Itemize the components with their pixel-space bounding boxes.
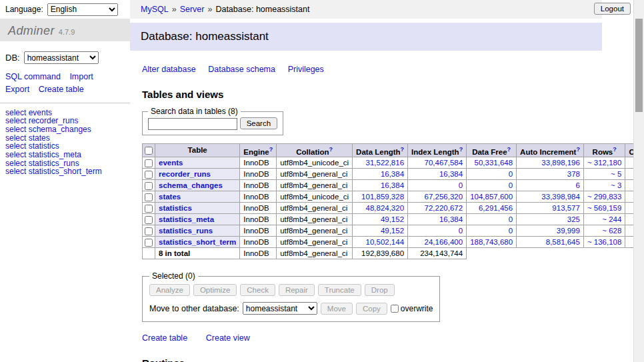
analyze-button[interactable]: Analyze (149, 284, 190, 296)
table-name-link[interactable]: schema_changes (159, 181, 223, 189)
data-length-help-link[interactable]: ? (401, 146, 405, 153)
table-name-link[interactable]: statistics_meta (159, 215, 214, 223)
sidebar-select-recorder-runs[interactable]: select recorder_runs (5, 117, 125, 125)
index-length-link[interactable]: 67,256,320 (425, 193, 463, 201)
data-length-link[interactable]: 10,502,144 (366, 238, 405, 246)
table-name-link[interactable]: states (159, 193, 181, 201)
data-free-link[interactable]: 0 (509, 181, 513, 189)
auto-increment-link[interactable]: 33,398,984 (541, 193, 580, 201)
index-length-link[interactable]: 16,384 (439, 170, 463, 178)
data-length-link[interactable]: 16,384 (381, 170, 404, 178)
rows-count-link[interactable]: ~ 628 (602, 227, 621, 235)
sidebar-select-statistics-meta[interactable]: select statistics_meta (5, 151, 125, 159)
row-checkbox[interactable] (145, 227, 153, 235)
optimize-button[interactable]: Optimize (193, 284, 237, 296)
data-free-link[interactable]: 188,743,680 (470, 238, 513, 246)
auto-increment-link[interactable]: 378 (567, 170, 580, 178)
breadcrumb-link-mysql[interactable]: MySQL (141, 5, 169, 14)
data-free-link[interactable]: 0 (509, 170, 513, 178)
row-checkbox[interactable] (145, 171, 153, 179)
alter-database-link[interactable]: Alter database (142, 65, 196, 74)
index-length-link[interactable]: 0 (459, 181, 463, 189)
row-checkbox[interactable] (145, 239, 153, 247)
auto-increment-link[interactable]: 913,577 (552, 204, 580, 212)
table-name-link[interactable]: statistics (159, 204, 192, 212)
sql-command-link[interactable]: SQL command (5, 72, 61, 81)
collation-help-link[interactable]: ? (329, 146, 333, 153)
row-checkbox-cell (143, 237, 155, 248)
check-button[interactable]: Check (240, 284, 275, 296)
move-db-select[interactable]: homeassistant (243, 302, 317, 315)
repair-button[interactable]: Repair (279, 284, 315, 296)
scrollbar-thumb[interactable] (635, 19, 643, 112)
drop-button[interactable]: Drop (365, 284, 395, 296)
rows-count-link[interactable]: ~ 299,833 (587, 193, 621, 201)
collation-cell: utf8mb4_general_ci (277, 237, 353, 248)
rows-count-link[interactable]: ~ 244 (602, 215, 621, 223)
row-checkbox[interactable] (145, 159, 153, 167)
vertical-scrollbar[interactable] (633, 0, 644, 362)
privileges-link[interactable]: Privileges (288, 65, 324, 74)
create-table-link-sidebar[interactable]: Create table (39, 85, 84, 94)
auto-increment-link[interactable]: 8,581,645 (546, 238, 580, 246)
table-name-link[interactable]: statistics_runs (159, 227, 213, 235)
data-length-link[interactable]: 49,152 (381, 227, 404, 235)
row-checkbox[interactable] (145, 216, 153, 224)
sidebar-select-schema-changes[interactable]: select schema_changes (5, 125, 125, 134)
data-length-link[interactable]: 101,859,328 (361, 193, 404, 201)
select-all-checkbox[interactable] (145, 147, 153, 155)
auto-increment-help-link[interactable]: ? (576, 146, 580, 153)
truncate-button[interactable]: Truncate (318, 284, 361, 296)
index-length-cell: 0 (408, 180, 467, 191)
row-checkbox[interactable] (145, 193, 153, 201)
create-table-link[interactable]: Create table (142, 333, 187, 343)
table-name-link[interactable]: recorder_runs (159, 170, 211, 178)
index-length-link[interactable]: 72,220,672 (425, 204, 463, 212)
create-view-link[interactable]: Create view (206, 333, 250, 343)
data-free-link[interactable]: 50,331,648 (475, 159, 513, 167)
engine-help-link[interactable]: ? (269, 146, 273, 153)
table-name-link[interactable]: events (159, 159, 183, 167)
sidebar-select-statistics-short-term[interactable]: select statistics_short_term (5, 167, 125, 176)
data-length-link[interactable]: 48,824,320 (366, 204, 405, 212)
database-schema-link[interactable]: Database schema (208, 65, 275, 74)
data-length-link[interactable]: 16,384 (381, 181, 404, 189)
header-table-label: Table (188, 146, 207, 154)
search-button[interactable]: Search (240, 117, 277, 129)
rows-count-link[interactable]: ~ 3 (611, 181, 621, 189)
copy-button[interactable]: Copy (356, 303, 387, 315)
index-length-help-link[interactable]: ? (459, 146, 463, 153)
breadcrumb-link-server[interactable]: Server (180, 5, 205, 14)
data-length-link[interactable]: 31,522,816 (366, 159, 405, 167)
rows-count-link[interactable]: ~ 5 (611, 170, 621, 178)
overwrite-checkbox[interactable] (391, 305, 399, 313)
data-free-help-link[interactable]: ? (507, 146, 511, 153)
export-link[interactable]: Export (5, 85, 29, 94)
logout-button[interactable]: Logout (594, 3, 631, 15)
auto-increment-link[interactable]: 33,898,196 (541, 159, 580, 167)
language-select[interactable]: English (47, 3, 118, 16)
index-length-link[interactable]: 24,166,400 (425, 238, 463, 246)
data-free-link[interactable]: 104,857,600 (470, 193, 513, 201)
row-checkbox[interactable] (145, 205, 153, 213)
row-checkbox[interactable] (145, 182, 153, 190)
search-input[interactable] (148, 118, 237, 130)
data-free-link[interactable]: 0 (509, 227, 513, 235)
rows-help-link[interactable]: ? (613, 146, 617, 153)
data-free-link[interactable]: 6,291,456 (479, 204, 513, 212)
data-free-link[interactable]: 0 (509, 215, 513, 223)
auto-increment-link[interactable]: 325 (567, 215, 580, 223)
db-select[interactable]: homeassistant (24, 51, 99, 64)
index-length-link[interactable]: 70,467,584 (425, 159, 463, 167)
import-link[interactable]: Import (69, 72, 93, 81)
move-button[interactable]: Move (321, 303, 353, 315)
table-name-link[interactable]: statistics_short_term (159, 238, 236, 246)
data-length-link[interactable]: 49,152 (381, 215, 404, 223)
auto-increment-link[interactable]: 39,999 (557, 227, 580, 235)
auto-increment-link[interactable]: 6 (576, 181, 580, 189)
index-length-link[interactable]: 0 (459, 227, 463, 235)
rows-count-link[interactable]: ~ 569,159 (587, 204, 621, 212)
rows-count-link[interactable]: ~ 312,180 (587, 159, 621, 167)
index-length-link[interactable]: 16,384 (439, 215, 463, 223)
rows-count-link[interactable]: ~ 136,108 (587, 238, 621, 246)
